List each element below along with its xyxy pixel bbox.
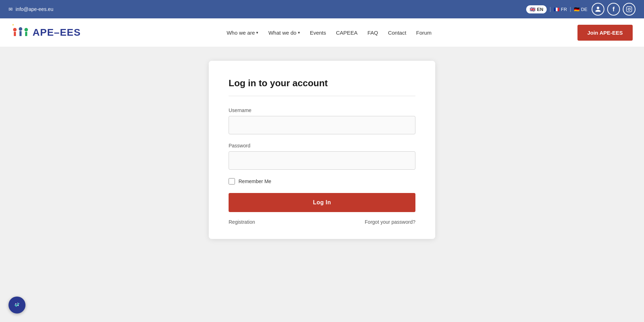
top-bar-right: 🇬🇧 EN | 🇫🇷 FR | 🇩🇪 DE f <box>526 3 636 16</box>
login-footer: Registration Forgot your password? <box>229 219 415 225</box>
nav-item-what-we-do[interactable]: What we do ▾ <box>268 30 300 36</box>
nav-item-faq[interactable]: FAQ <box>367 30 378 36</box>
flag-fr-icon: 🇫🇷 <box>554 7 559 12</box>
nav-label-who-we-are: Who we are <box>226 30 255 36</box>
password-input[interactable] <box>229 151 415 170</box>
chevron-down-icon-2: ▾ <box>298 30 300 35</box>
nav-item-who-we-are[interactable]: Who we are ▾ <box>226 30 258 36</box>
login-button[interactable]: Log In <box>229 193 415 212</box>
flag-de-icon: 🇩🇪 <box>574 7 580 12</box>
svg-rect-8 <box>25 32 27 36</box>
lang-separator-1: | <box>550 6 551 12</box>
lang-fr-link[interactable]: 🇫🇷 FR <box>554 7 567 12</box>
svg-marker-9 <box>12 24 14 26</box>
chevron-down-icon: ▾ <box>256 30 258 35</box>
svg-rect-0 <box>627 7 632 12</box>
logo-text: APE–EES <box>33 27 81 38</box>
forgot-password-link[interactable]: Forgot your password? <box>365 219 415 225</box>
top-bar: ✉ info@ape-ees.eu 🇬🇧 EN | 🇫🇷 FR | 🇩🇪 DE <box>0 0 644 18</box>
remember-me-checkbox[interactable] <box>229 178 235 185</box>
svg-point-12 <box>17 303 18 304</box>
nav-label-events: Events <box>310 30 326 36</box>
lang-en-button[interactable]: 🇬🇧 EN <box>526 5 547 13</box>
lang-fr-label: FR <box>561 7 567 12</box>
top-bar-email: ✉ info@ape-ees.eu <box>8 6 53 12</box>
nav-links: Who we are ▾ What we do ▾ Events CAPEEA … <box>226 30 431 36</box>
username-group: Username <box>229 107 415 134</box>
svg-point-5 <box>19 27 22 31</box>
svg-rect-6 <box>19 31 22 36</box>
username-input[interactable] <box>229 116 415 134</box>
svg-point-2 <box>630 7 631 8</box>
remember-me-label[interactable]: Remember Me <box>238 178 271 184</box>
email-address: info@ape-ees.eu <box>16 6 53 12</box>
lang-de-link[interactable]: 🇩🇪 DE <box>574 7 587 12</box>
flag-en-icon: 🇬🇧 <box>530 7 535 12</box>
remember-me-group: Remember Me <box>229 178 415 185</box>
nav-item-contact[interactable]: Contact <box>388 30 406 36</box>
nav-label-capeea: CAPEEA <box>336 30 358 36</box>
facebook-icon[interactable]: f <box>607 3 620 16</box>
cookie-icon <box>12 300 22 310</box>
lang-separator-2: | <box>570 6 571 12</box>
nav-item-capeea[interactable]: CAPEEA <box>336 30 358 36</box>
email-icon: ✉ <box>8 6 13 12</box>
nav-label-what-we-do: What we do <box>268 30 296 36</box>
nav-label-contact: Contact <box>388 30 406 36</box>
form-divider <box>229 96 415 96</box>
lang-en-label: EN <box>537 7 543 12</box>
language-selector: 🇬🇧 EN | 🇫🇷 FR | 🇩🇪 DE <box>526 5 587 13</box>
nav-label-forum: Forum <box>416 30 431 36</box>
join-button[interactable]: Join APE-EES <box>577 25 633 41</box>
svg-point-1 <box>628 8 630 10</box>
username-label: Username <box>229 107 415 113</box>
svg-point-7 <box>24 28 28 31</box>
password-label: Password <box>229 143 415 148</box>
svg-rect-4 <box>14 32 16 36</box>
logo[interactable]: APE–EES <box>11 23 81 42</box>
instagram-icon[interactable] <box>623 3 636 16</box>
nav-label-faq: FAQ <box>367 30 378 36</box>
nav-item-events[interactable]: Events <box>310 30 326 36</box>
main-content: Log in to your account Username Password… <box>0 47 644 315</box>
cookie-consent-button[interactable] <box>8 297 25 314</box>
social-icons: f <box>592 3 636 16</box>
registration-link[interactable]: Registration <box>229 219 255 225</box>
login-card: Log in to your account Username Password… <box>209 61 435 239</box>
svg-point-11 <box>15 303 16 304</box>
user-account-icon[interactable] <box>592 3 604 16</box>
logo-icon <box>11 23 30 42</box>
navbar: APE–EES Who we are ▾ What we do ▾ Events… <box>0 18 644 47</box>
lang-de-label: DE <box>581 7 587 12</box>
nav-item-forum[interactable]: Forum <box>416 30 431 36</box>
login-title: Log in to your account <box>229 78 415 89</box>
password-group: Password <box>229 143 415 170</box>
svg-point-3 <box>13 28 17 31</box>
